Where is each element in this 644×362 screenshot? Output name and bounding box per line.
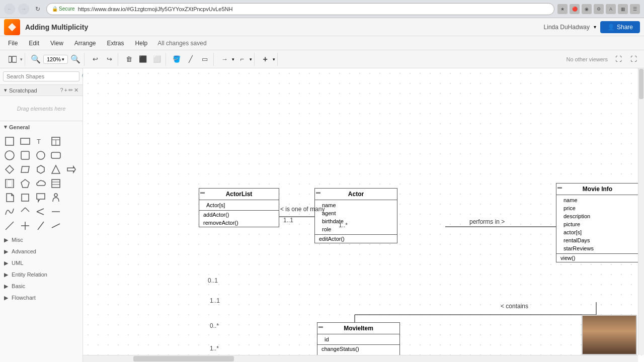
dropdown-icon[interactable]: ▾ <box>594 24 596 30</box>
shape-diagonal[interactable] <box>3 219 16 232</box>
shadow-button[interactable]: ▭ <box>198 53 211 66</box>
shape-page[interactable] <box>3 191 16 204</box>
ext2-icon[interactable]: ◉ <box>582 4 592 14</box>
shape-arrow-right2[interactable] <box>34 205 47 218</box>
section-advanced[interactable]: ▶ Advanced <box>0 246 83 257</box>
section-general[interactable]: ▾ General <box>0 121 83 133</box>
shape-square-outline[interactable] <box>3 135 16 148</box>
shape-triangle[interactable] <box>49 163 62 176</box>
menu-file[interactable]: File <box>3 38 23 48</box>
shape-placeholder10[interactable] <box>65 149 78 162</box>
bookmark-icon[interactable]: ★ <box>557 4 568 14</box>
section-flowchart[interactable]: ▶ Flowchart <box>0 292 83 304</box>
scratchpad-help[interactable]: ? <box>60 87 63 94</box>
shape-ellipse[interactable] <box>3 149 16 162</box>
shape-cross[interactable] <box>19 219 32 232</box>
ext1-icon[interactable]: 🔴 <box>570 4 580 14</box>
menu-extras[interactable]: Extras <box>102 38 129 48</box>
delete-button[interactable]: 🗑 <box>122 53 135 66</box>
connector-dropdown-icon[interactable]: ▾ <box>232 57 234 62</box>
scratchpad-close[interactable]: ✕ <box>74 87 78 94</box>
canvas-area[interactable]: ▬ ActorList Actor[s] addActor() removeAc… <box>83 68 644 362</box>
fullscreen-button[interactable]: ⛶ <box>627 53 640 66</box>
line-button[interactable]: ╱ <box>184 53 197 66</box>
ext4-icon[interactable]: ▦ <box>618 4 628 14</box>
shape-table2[interactable] <box>49 177 62 190</box>
section-uml[interactable]: ▶ UML <box>0 257 83 269</box>
section-basic[interactable]: ▶ Basic <box>0 281 83 292</box>
ext5-icon[interactable]: ☰ <box>630 4 640 14</box>
shape-pentagon[interactable] <box>19 177 32 190</box>
shape-placeholder30[interactable] <box>65 205 78 218</box>
address-bar[interactable]: 🔒 Secure https://www.draw.io/#G1zgtcmoji… <box>46 3 554 15</box>
zoom-out-button[interactable]: 🔍 <box>29 53 42 66</box>
shape-process[interactable] <box>3 177 16 190</box>
waypoint-dropdown-icon[interactable]: ▾ <box>250 57 252 62</box>
movie-info-collapse[interactable]: ▬ <box>557 185 562 190</box>
waypoint-button[interactable]: ⌐ <box>235 53 249 66</box>
shape-cloud[interactable] <box>34 177 47 190</box>
shape-slash[interactable] <box>34 219 47 232</box>
section-misc[interactable]: ▶ Misc <box>0 234 83 246</box>
settings-icon[interactable]: ⚙ <box>594 4 604 14</box>
shape-hexagon[interactable] <box>34 163 47 176</box>
menu-arrange[interactable]: Arrange <box>69 38 101 48</box>
actor-box[interactable]: ▬ Actor name agent birthdate role editAc… <box>314 188 397 243</box>
svg-line-30 <box>37 212 44 215</box>
menu-view[interactable]: View <box>45 38 68 48</box>
movie-info-box[interactable]: ▬ Movie Info name price description pict… <box>556 183 639 262</box>
shape-circle[interactable] <box>34 149 47 162</box>
connector-button[interactable]: → <box>218 53 231 66</box>
to-front-button[interactable]: ⬛ <box>136 53 149 66</box>
shape-table[interactable] <box>49 135 62 148</box>
scratchpad-add[interactable]: + <box>64 87 67 94</box>
refresh-button[interactable]: ↻ <box>32 4 43 15</box>
shape-rect-rounded[interactable] <box>49 149 62 162</box>
shape-hline[interactable] <box>49 219 62 232</box>
actor-collapse[interactable]: ▬ <box>316 190 320 195</box>
to-back-button[interactable]: ⬜ <box>150 53 164 66</box>
share-button[interactable]: 👤 Share <box>600 21 640 33</box>
shape-text[interactable]: T <box>34 135 47 148</box>
canvas-scrollbar-right[interactable] <box>638 68 644 355</box>
shape-placeholder5[interactable] <box>65 135 78 148</box>
shape-rect2[interactable] <box>19 191 32 204</box>
fill-button[interactable]: 🪣 <box>170 53 183 66</box>
fit-page-button[interactable]: ⛶ <box>612 53 625 66</box>
section-entity-relation[interactable]: ▶ Entity Relation <box>0 269 83 281</box>
shape-arrow-up[interactable] <box>19 205 32 218</box>
shape-placeholder25[interactable] <box>65 191 78 204</box>
actor-list-collapse[interactable]: ▬ <box>200 190 205 195</box>
svg-marker-21 <box>21 179 29 188</box>
advanced-arrow-icon: ▶ <box>4 248 8 254</box>
shape-curve[interactable] <box>3 205 16 218</box>
shape-placeholder20[interactable] <box>65 177 78 190</box>
forward-button[interactable]: → <box>18 4 29 15</box>
scratchpad-edit[interactable]: ✏ <box>68 87 73 94</box>
insert-button[interactable]: + <box>259 53 272 66</box>
actor-list-box[interactable]: ▬ ActorList Actor[s] addActor() removeAc… <box>199 188 279 227</box>
shape-person[interactable] <box>49 191 62 204</box>
shape-line[interactable] <box>49 205 62 218</box>
menu-help[interactable]: Help <box>130 38 153 48</box>
shape-diamond[interactable] <box>3 163 16 176</box>
movie-item-collapse[interactable]: ▬ <box>318 324 323 329</box>
shape-arrow-right[interactable] <box>65 163 78 176</box>
menu-edit[interactable]: Edit <box>24 38 44 48</box>
collapse-icon[interactable]: ▾ <box>4 87 7 94</box>
search-input[interactable] <box>3 71 79 81</box>
shape-parallelogram[interactable] <box>19 163 32 176</box>
back-button[interactable]: ← <box>4 4 15 15</box>
insert-dropdown-icon[interactable]: ▾ <box>273 57 275 62</box>
redo-button[interactable]: ↪ <box>103 53 116 66</box>
sidebar-toggle-button[interactable] <box>6 53 19 66</box>
shape-callout[interactable] <box>34 191 47 204</box>
zoom-level[interactable]: 120% ▾ <box>43 55 68 64</box>
zoom-in-button[interactable]: 🔍 <box>69 53 82 66</box>
ext3-icon[interactable]: A <box>606 4 616 14</box>
shape-rect-outline[interactable] <box>19 135 32 148</box>
shape-rect-filled[interactable] <box>19 149 32 162</box>
undo-button[interactable]: ↩ <box>89 53 102 66</box>
canvas-scrollbar-bottom[interactable] <box>83 355 638 362</box>
sidebar-dropdown-icon[interactable]: ▾ <box>20 57 23 62</box>
